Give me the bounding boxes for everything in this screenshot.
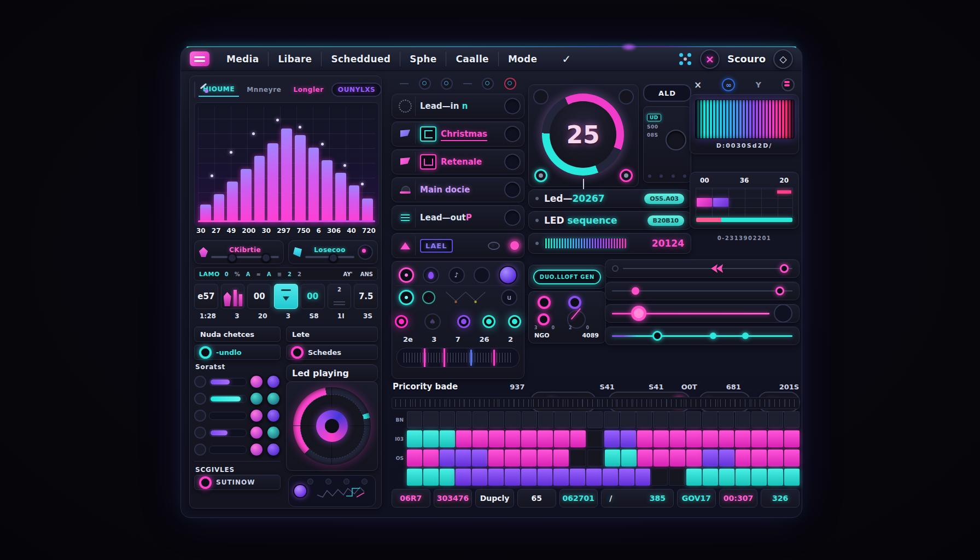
- note-knob[interactable]: ♪: [448, 267, 465, 283]
- round-button[interactable]: [249, 375, 264, 389]
- purple-knob[interactable]: [293, 484, 307, 498]
- lael-badge[interactable]: LAEL: [420, 239, 453, 253]
- slider-track[interactable]: [209, 378, 247, 386]
- value-cell-2[interactable]: 2: [328, 284, 352, 309]
- y-icon[interactable]: Y: [756, 80, 761, 89]
- active-radio[interactable]: [509, 240, 521, 252]
- timeline-cell[interactable]: [489, 430, 504, 447]
- timeline-cell[interactable]: [621, 450, 637, 466]
- soratst-slider-row[interactable]: [194, 392, 281, 406]
- purple-ball-knob[interactable]: [499, 266, 517, 284]
- timeline-cell[interactable]: [670, 430, 685, 447]
- round-button[interactable]: [249, 392, 264, 406]
- timeline-cell[interactable]: [670, 450, 685, 466]
- undlo-radio-row[interactable]: -undlo: [194, 345, 281, 360]
- timeline-cell[interactable]: [538, 450, 553, 466]
- timeline-cell[interactable]: [703, 430, 718, 447]
- timeline-cell[interactable]: [654, 430, 669, 447]
- menu-item-mode[interactable]: Mode: [498, 52, 547, 66]
- tab-longler[interactable]: Longler: [289, 83, 328, 96]
- dark-knob[interactable]: [474, 267, 490, 283]
- cue-row-retenale[interactable]: Retenale: [392, 149, 524, 174]
- timeline-cell[interactable]: [505, 411, 521, 428]
- cue-row-christmas[interactable]: Christmas: [392, 121, 524, 147]
- timeline-cell[interactable]: [719, 430, 734, 447]
- timeline-cell[interactable]: [440, 469, 455, 486]
- cue-row-lael[interactable]: LAEL: [392, 233, 524, 258]
- value-cell-00a[interactable]: 00: [247, 284, 271, 309]
- infinity-icon[interactable]: ∞: [722, 78, 735, 91]
- slider-handle[interactable]: [780, 264, 789, 273]
- glow-knob-cyan[interactable]: [486, 319, 492, 324]
- ruler-marker[interactable]: [470, 349, 472, 366]
- knob-icon[interactable]: [194, 410, 206, 422]
- value-cell-00b[interactable]: 00: [301, 284, 325, 309]
- teal-ring-knob[interactable]: [422, 291, 435, 304]
- timeline-cell[interactable]: [489, 411, 504, 428]
- timeline-cell[interactable]: [637, 430, 652, 447]
- timeline-cell[interactable]: [456, 469, 471, 486]
- menu-item-media[interactable]: Media: [217, 52, 268, 66]
- timeline-cell[interactable]: [570, 450, 586, 466]
- timeline-cell[interactable]: [686, 411, 701, 428]
- timeline-footer-cell[interactable]: 06R7: [392, 489, 430, 508]
- timeline-cell[interactable]: [669, 469, 685, 486]
- slider-line[interactable]: [612, 335, 792, 337]
- timeline-cell[interactable]: [505, 469, 520, 486]
- round-button[interactable]: [249, 425, 264, 440]
- timeline-cell[interactable]: [521, 450, 536, 466]
- slider-track[interactable]: [211, 256, 279, 258]
- cue-row-lead-out[interactable]: Lead—outP: [392, 205, 524, 230]
- spiral-badge-pink[interactable]: [420, 154, 436, 170]
- radio-icon[interactable]: [291, 346, 304, 359]
- soratst-slider-row[interactable]: [194, 425, 281, 440]
- timeline-ruler[interactable]: [392, 397, 800, 409]
- timeline-cell[interactable]: [538, 430, 553, 447]
- timeline-cell[interactable]: [784, 411, 800, 428]
- timeline-cell[interactable]: [621, 430, 636, 447]
- dots-grid-icon[interactable]: [678, 52, 692, 66]
- timeline-cell[interactable]: [456, 450, 471, 466]
- cue-select-button[interactable]: [504, 154, 521, 170]
- timeline-cell[interactable]: [736, 469, 751, 486]
- slider-track[interactable]: [209, 412, 247, 420]
- round-button[interactable]: [266, 425, 281, 440]
- slider-losecoo[interactable]: Losecoo: [288, 240, 378, 264]
- knob-icon[interactable]: [194, 393, 206, 405]
- ald-knob[interactable]: [666, 130, 686, 150]
- timeline-cell[interactable]: [603, 469, 618, 486]
- led-badge[interactable]: B20B10: [648, 215, 684, 226]
- slider-handle[interactable]: [652, 331, 662, 341]
- cue-row-lead-in[interactable]: Lead—in n: [392, 94, 524, 119]
- ruler-marker[interactable]: [424, 348, 425, 368]
- ruler-marker[interactable]: [493, 349, 495, 366]
- diamond-button[interactable]: ◇: [773, 49, 793, 69]
- soratst-slider-row[interactable]: [194, 442, 281, 457]
- slider-track[interactable]: [209, 395, 247, 403]
- close-icon[interactable]: ×: [694, 79, 702, 90]
- timeline-cell[interactable]: [555, 411, 570, 428]
- pink-ring-knob[interactable]: [538, 296, 551, 309]
- dart-slider-row[interactable]: [605, 259, 800, 278]
- timeline-footer-cell[interactable]: 00:307: [719, 489, 758, 508]
- pink-ring-slider-row[interactable]: [605, 304, 800, 323]
- timeline-cell[interactable]: [702, 411, 718, 428]
- slider-line[interactable]: [623, 268, 792, 269]
- timeline-cell[interactable]: [604, 430, 620, 447]
- slider-dot[interactable]: [742, 332, 749, 339]
- timeline-cell[interactable]: [423, 411, 439, 428]
- knob-icon[interactable]: [194, 427, 206, 439]
- spiral-badge-cyan[interactable]: [420, 126, 436, 142]
- timeline-cell[interactable]: [587, 411, 603, 428]
- timeline-cell[interactable]: [620, 411, 635, 428]
- round-button[interactable]: [266, 375, 281, 389]
- timeline-cell[interactable]: [768, 411, 783, 428]
- timeline-cell[interactable]: [472, 469, 487, 486]
- sutinow-radio-row[interactable]: SUTINOW: [194, 475, 281, 490]
- radio-icon[interactable]: [199, 346, 212, 359]
- chat-knob-icon[interactable]: [419, 78, 431, 90]
- timeline-cell[interactable]: [719, 469, 734, 486]
- timeline-cell[interactable]: [570, 469, 585, 486]
- cyan-slider-row[interactable]: [605, 326, 800, 345]
- timeline-cell[interactable]: [522, 411, 537, 428]
